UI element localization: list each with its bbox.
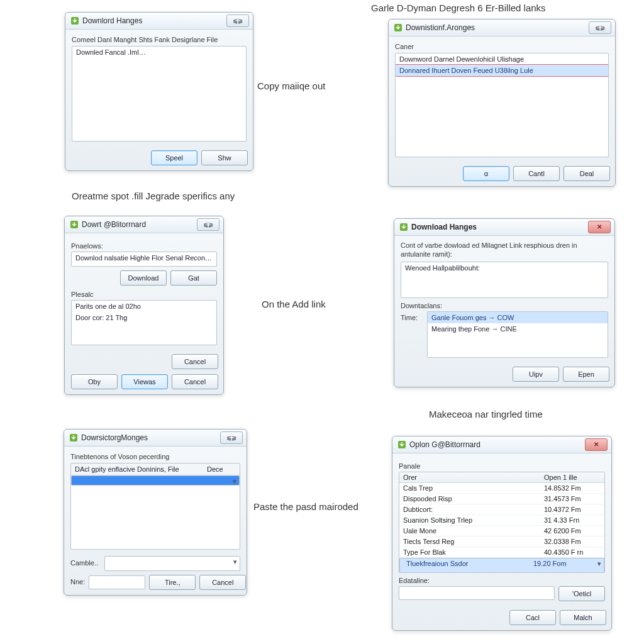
list-item[interactable]: Downword Darnel Dewenlohicil Ulishage	[396, 53, 608, 65]
table-header: Orer Open 1 ille	[399, 472, 604, 483]
titlebar: Dowrt @Blitorrnard ⫹⫺	[65, 216, 223, 233]
list-pnaelows[interactable]: Downlod nalsatie Highle Flor Senal Recon…	[71, 252, 217, 267]
cell-value: 10.4372 Fm	[540, 504, 604, 514]
section-panale: Panale	[399, 462, 605, 470]
app-icon	[394, 23, 402, 32]
label-cont: Cont of varbe dowload ed Milagnet Link r…	[401, 241, 608, 259]
caption-spot: Oreatme spot .fill Jegrade sperifics any	[72, 191, 235, 201]
list-item-selected[interactable]	[71, 475, 240, 486]
caption-add-link: On the Add link	[262, 299, 326, 309]
cancel-button[interactable]: Cancel	[172, 354, 218, 369]
app-icon	[399, 223, 408, 231]
cell-name: Tiecls Tersd Reg	[399, 536, 540, 547]
viewas-button[interactable]: Viewas	[121, 374, 168, 389]
close-button[interactable]: ⫹⫺	[226, 14, 249, 27]
caption-copy: Copy maiiqe out	[257, 80, 325, 91]
dialog-dowrt-bittorrent: Dowrt @Blitorrnard ⫹⫺ Pnaelows: Downlod …	[64, 216, 224, 395]
dialog-downistionf: Downistionf.Aronges ⫹⫺ Caner Downword Da…	[388, 19, 616, 187]
list-item[interactable]: Downled Fancal .Iml…	[72, 47, 246, 58]
titlebar: Download Hanges ✕	[394, 219, 614, 236]
section-pnaelows: Pnaelows:	[71, 242, 217, 250]
cacl-button[interactable]: Cacl	[509, 610, 556, 625]
title-text: DowrsictorgMonges	[81, 430, 148, 446]
gat-button[interactable]: Gat	[170, 270, 217, 286]
cell-value: 19.20 Fom	[530, 558, 594, 572]
uipv-button[interactable]: Uipv	[513, 367, 559, 382]
text-line: Wenoed Hallpablilbouht:	[401, 262, 608, 274]
list-files[interactable]: DAcl gpity enflacive Doninins, File Dece	[70, 463, 240, 550]
cell-value: 31.4573 Fm	[540, 494, 604, 504]
list-item[interactable]: Downlod nalsatie Highle Flor Senal Recon…	[72, 252, 216, 264]
table-row[interactable]: Type For Blak40.4350 F rn	[399, 547, 604, 558]
oby-button[interactable]: Oby	[71, 374, 118, 389]
list-item-selected[interactable]: Donnared Ihuert Doven Feued U38ilng Lule	[395, 64, 609, 77]
label-comeel: Comeel Danl Manght Shts Fank Desigrlane …	[72, 36, 247, 43]
title-text: Download Hanges	[411, 219, 477, 235]
list-files[interactable]: Downled Fancal .Iml…	[72, 46, 247, 142]
table-row[interactable]: Cals Trep14.8532 Fm	[399, 483, 604, 494]
cell-name: Suanion Soltsing Trlep	[399, 515, 540, 525]
cell-value: 32.0338 Fm	[540, 536, 604, 547]
file-table[interactable]: Orer Open 1 ille Cals Trep14.8532 FmDisp…	[399, 472, 605, 573]
epen-button[interactable]: Epen	[563, 367, 609, 382]
section-downtaclans: Downtaclans:	[401, 302, 608, 309]
label-time: Time:	[401, 314, 423, 321]
close-button[interactable]: ⫹⫺	[220, 431, 243, 444]
cell-value: 31 4.33 Frn	[540, 515, 604, 525]
label-tinebtenons: Tinebtenons of Voson pecerding	[70, 453, 240, 460]
speel-button[interactable]: Speel	[151, 150, 197, 165]
table-row[interactable]: Suanion Soltsing Trlep31 4.33 Frn	[399, 515, 604, 526]
cell-name: Dubticort:	[399, 504, 540, 514]
close-button[interactable]: ✕	[588, 221, 611, 233]
close-button[interactable]: ✕	[585, 438, 608, 451]
cell-value: 42 6200 Fm	[540, 526, 604, 536]
cell-name: Dispooded Risp	[399, 494, 540, 504]
download-button[interactable]: Download	[120, 270, 167, 286]
nne-input[interactable]	[89, 575, 145, 589]
alpha-button[interactable]: α	[463, 166, 509, 181]
titlebar: Oplon G@Bittorrnard ✕	[392, 436, 611, 453]
cancel-button-2[interactable]: Cancel	[172, 374, 218, 389]
dialog-download-hanges-2: Download Hanges ✕ Cont of varbe dowload …	[394, 218, 615, 387]
title-text: Downlord Hanges	[82, 13, 142, 29]
label-nne: Nne:	[70, 578, 85, 586]
oeticl-button[interactable]: 'Oeticl	[558, 586, 605, 601]
col-open: Open 1 ille	[540, 472, 604, 482]
edataline-input[interactable]	[399, 586, 555, 600]
cantl-button[interactable]: Cantl	[513, 166, 560, 181]
titlebar: Downistionf.Aronges ⫹⫺	[389, 19, 615, 36]
list-item-selected[interactable]: Ganle Fouom ges → COW	[428, 312, 608, 323]
list-items[interactable]: Downword Darnel Dewenlohicil Ulishage Do…	[395, 53, 609, 157]
tire-button[interactable]: Tire.,	[149, 575, 196, 590]
text-line: Door cor: 21 Thg	[72, 312, 216, 323]
deal-button[interactable]: Deal	[564, 166, 610, 181]
app-icon	[69, 433, 78, 442]
column-headers: DAcl gpity enflacive Doninins, File Dece	[71, 464, 240, 475]
caption-top-right: Garle D-Dyman Degresh 6 Er-Billed lanks	[371, 3, 546, 13]
table-row[interactable]: Uale Mone42 6200 Fm	[399, 526, 604, 536]
close-button[interactable]: ⫹⫺	[197, 218, 219, 231]
dialog-download-hanges-1: Downlord Hanges ⫹⫺ Comeel Danl Manght Sh…	[65, 12, 253, 171]
list-item[interactable]: Mearing thep Fone → CINE	[428, 323, 608, 335]
close-button[interactable]: ⫹⫺	[589, 21, 611, 34]
cell-value: 40.4350 F rn	[540, 547, 604, 557]
camble-select[interactable]	[104, 556, 240, 571]
table-row[interactable]: Dubticort:10.4372 Fm	[399, 504, 604, 515]
app-icon	[70, 16, 79, 25]
table-row[interactable]: Tluekfreaioun Ssdor19.20 Fom	[399, 558, 604, 572]
title-text: Downistionf.Aronges	[406, 19, 475, 36]
cell-name: Type For Blak	[399, 547, 540, 557]
textarea-magnet[interactable]: Wenoed Hallpablilbouht:	[401, 262, 608, 298]
dialog-dowrsictorg: DowrsictorgMonges ⫹⫺ Tinebtenons of Voso…	[64, 429, 247, 596]
cell-name: Tluekfreaioun Ssdor	[402, 558, 530, 572]
cancel-button[interactable]: Cancel	[199, 575, 246, 590]
label-camble: Camble..	[70, 559, 101, 567]
label-edataline: Edataline:	[399, 577, 605, 584]
table-row[interactable]: Tiecls Tersd Reg32.0338 Fm	[399, 536, 604, 547]
title-text: Oplon G@Bittorrnard	[409, 436, 480, 453]
list-plesalc: Parits one de al 02ho Door cor: 21 Thg	[71, 300, 217, 345]
list-time[interactable]: Ganle Fouom ges → COW Mearing thep Fone …	[427, 311, 608, 358]
shw-button[interactable]: Shw	[201, 150, 248, 165]
table-row[interactable]: Dispooded Risp31.4573 Fm	[399, 494, 604, 504]
malch-button[interactable]: Malch	[560, 610, 606, 625]
